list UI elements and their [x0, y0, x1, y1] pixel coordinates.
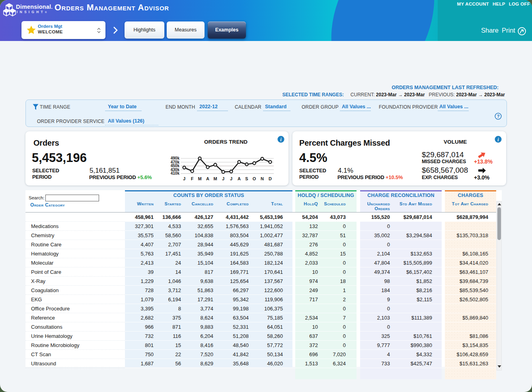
svg-text:M: M: [198, 176, 201, 181]
svg-text:D: D: [269, 176, 272, 181]
svg-text:O: O: [253, 176, 256, 181]
svg-text:N: N: [261, 176, 264, 181]
svg-text:J: J: [183, 176, 185, 181]
svg-text:J: J: [222, 176, 224, 181]
svg-text:F: F: [191, 176, 194, 181]
svg-text:A: A: [238, 176, 241, 181]
svg-text:410k: 410k: [171, 171, 180, 176]
svg-text:S: S: [245, 176, 248, 181]
svg-text:M: M: [213, 176, 217, 181]
svg-text:J: J: [230, 176, 232, 181]
svg-text:A: A: [206, 176, 209, 181]
svg-text:?: ?: [497, 114, 500, 119]
